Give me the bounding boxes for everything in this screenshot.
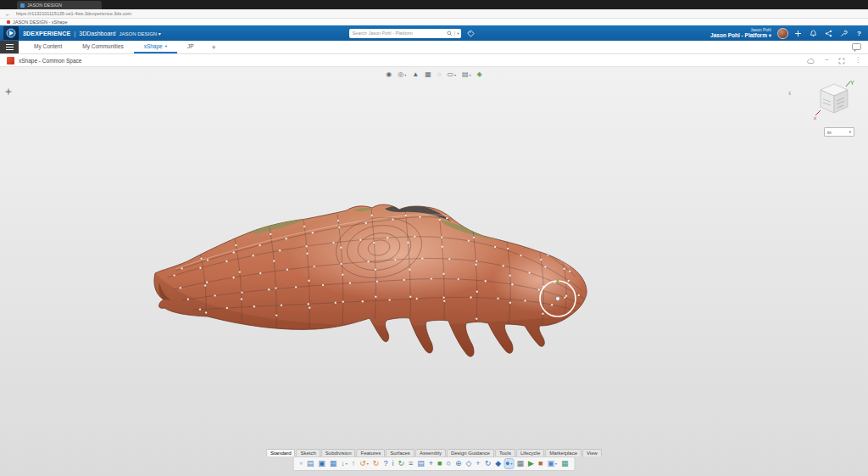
annotation-flag-icon[interactable]: ▲	[410, 70, 420, 79]
tab-caret-icon[interactable]: ▾	[165, 44, 167, 48]
browser-titlebar: JASON DESIGN	[0, 0, 868, 9]
dashboard-tab[interactable]: xShape ▾	[134, 41, 177, 53]
collapse-panel-icon[interactable]: ‹	[788, 89, 791, 98]
new-content-icon[interactable]: ▫	[299, 459, 303, 468]
multi-view-icon[interactable]: ▦	[516, 459, 526, 468]
dropdown-caret-icon[interactable]: ▾	[404, 73, 406, 77]
3ds-compass-logo[interactable]	[3, 26, 19, 40]
rotate-view-icon[interactable]: ↻	[484, 459, 492, 468]
info-icon[interactable]: i	[391, 459, 394, 468]
notifications-bell-icon[interactable]	[808, 27, 819, 39]
lock-icon[interactable]: ■	[437, 459, 442, 468]
action-bar-tab[interactable]: Sketch	[296, 449, 320, 456]
viewport[interactable]: ◉ ◎ ▾ ▲ ▦ ◌ ▭ ▾ ▤	[0, 67, 868, 476]
capture-icon[interactable]: ▣ ▾	[546, 459, 558, 468]
dropdown-caret-icon[interactable]: ▾	[367, 462, 369, 466]
dropdown-caret-icon[interactable]: ▾	[511, 462, 513, 466]
browser-urlbar: ← https://r1132101115135-us1-4ws.3dexper…	[0, 9, 868, 19]
url-text[interactable]: https://r1132101115135-us1-4ws.3dexperie…	[16, 11, 131, 16]
action-bar-tab[interactable]: Features	[357, 449, 386, 456]
search-scope-caret-icon[interactable]: ▾	[457, 31, 459, 36]
save-icon[interactable]: ▣	[317, 459, 326, 468]
dashboard-tab[interactable]: My Content	[24, 41, 72, 53]
undo-icon[interactable]: ↺ ▾	[359, 459, 370, 468]
update-icon[interactable]: ↻	[397, 459, 405, 468]
brand-block: 3DEXPERIENCE | 3DDashboard JASON DESIGN …	[23, 31, 161, 36]
render-style-icon[interactable]: ◎ ▾	[396, 70, 408, 79]
pan-icon[interactable]: +	[475, 459, 481, 468]
new-tab-button[interactable]: +	[204, 41, 224, 53]
grid-icon[interactable]: ▦	[560, 459, 570, 468]
tag-icon[interactable]	[465, 27, 476, 39]
bookmark-item[interactable]: JASON DESIGN - xShape	[13, 20, 68, 25]
compass-icon[interactable]	[4, 84, 13, 99]
minimize-button[interactable]: −	[825, 57, 829, 64]
dashboard-tab[interactable]: My Communities	[72, 41, 133, 53]
user-info[interactable]: Jason Pohl Jason Pohl - Platform ▾	[710, 27, 771, 39]
chat-icon[interactable]	[852, 41, 868, 53]
action-bar-tab[interactable]: Assembly	[415, 449, 446, 456]
browser-tab[interactable]: JASON DESIGN	[17, 1, 102, 9]
package-icon[interactable]: ■	[537, 459, 543, 468]
zoom-area-icon[interactable]: ◌	[436, 70, 443, 79]
dropdown-caret-icon[interactable]: ▾	[454, 73, 456, 77]
print-icon[interactable]: ▦	[329, 459, 338, 468]
tools-wrench-icon[interactable]	[838, 27, 849, 39]
share-icon[interactable]	[823, 27, 834, 39]
bookmarks-bar: JASON DESIGN - xShape	[0, 19, 868, 25]
menu-button[interactable]	[0, 41, 19, 53]
open-icon[interactable]: ▤	[306, 459, 315, 468]
redo-icon[interactable]: ↻	[372, 459, 381, 468]
fit-all-icon[interactable]: ◇	[465, 459, 472, 468]
export-icon[interactable]: ↑	[351, 459, 357, 468]
dropdown-caret-icon[interactable]: ▾	[555, 462, 557, 466]
view-cube[interactable]: Y x	[812, 78, 854, 120]
measure-icon[interactable]: +	[428, 459, 434, 468]
dashboard-tab[interactable]: JP	[177, 41, 204, 53]
overflow-menu-icon[interactable]: ⋮	[854, 57, 861, 64]
3d-model-canvas[interactable]	[0, 67, 868, 476]
shaded-view-icon[interactable]: ● ▾	[504, 459, 513, 468]
fullscreen-button[interactable]	[838, 53, 845, 68]
play-icon[interactable]: ▶	[527, 459, 535, 468]
tenant-selector[interactable]: JASON DESIGN ▾	[120, 31, 161, 36]
units-value: in	[827, 130, 832, 135]
list-view-icon[interactable]: ≡	[408, 459, 414, 468]
search-icon[interactable]	[447, 31, 453, 36]
action-bar-tab[interactable]: Marketplace	[545, 449, 581, 456]
action-bar-tab[interactable]: View	[582, 449, 602, 456]
dropdown-caret-icon[interactable]: ▾	[470, 73, 471, 77]
screen-layout-icon[interactable]: ▭ ▾	[445, 70, 458, 79]
units-caret-icon: ▾	[849, 130, 851, 134]
search-divider	[454, 31, 455, 36]
iso-view-icon[interactable]: ◆	[494, 459, 502, 468]
dropdown-caret-icon[interactable]: ▾	[346, 462, 348, 466]
add-icon[interactable]	[793, 27, 804, 39]
units-dropdown[interactable]: in ▾	[824, 127, 854, 137]
help-icon[interactable]: ?	[854, 27, 865, 39]
action-bar-tab[interactable]: Subdivision	[321, 449, 356, 456]
view-mode-icon[interactable]: ◉	[384, 70, 393, 79]
display-options-icon[interactable]: ▤ ▾	[460, 70, 473, 79]
user-avatar[interactable]	[777, 28, 788, 39]
action-bar-tab[interactable]: Lifecycle	[516, 449, 544, 456]
action-bar-tab[interactable]: Surfaces	[386, 449, 415, 456]
app-title: xShape - Common Space	[19, 58, 81, 64]
design-tree-icon[interactable]: ◈	[476, 70, 484, 79]
compass-logo-icon	[6, 28, 16, 38]
search-tool-icon[interactable]: ○	[445, 459, 451, 468]
action-bar-tab[interactable]: Standard	[266, 449, 295, 456]
import-icon[interactable]: ↓ ▾	[340, 459, 348, 468]
cloud-status-icon[interactable]	[806, 53, 815, 68]
action-bar-tab[interactable]: Design Guidance	[447, 449, 494, 456]
app-name[interactable]: 3DDashboard	[79, 31, 115, 36]
section-view-icon[interactable]: ▦	[423, 70, 433, 79]
brand-name[interactable]: 3DEXPERIENCE	[23, 31, 70, 36]
properties-icon[interactable]: ▤	[416, 459, 426, 468]
action-bar-tab[interactable]: Tools	[495, 449, 515, 456]
back-button[interactable]: ←	[5, 11, 11, 17]
search-input[interactable]	[352, 31, 445, 36]
view-toolbar: ◉ ◎ ▾ ▲ ▦ ◌ ▭ ▾ ▤	[384, 70, 484, 79]
zoom-in-icon[interactable]: ⊕	[454, 459, 463, 468]
help-icon[interactable]: ?	[382, 459, 388, 468]
